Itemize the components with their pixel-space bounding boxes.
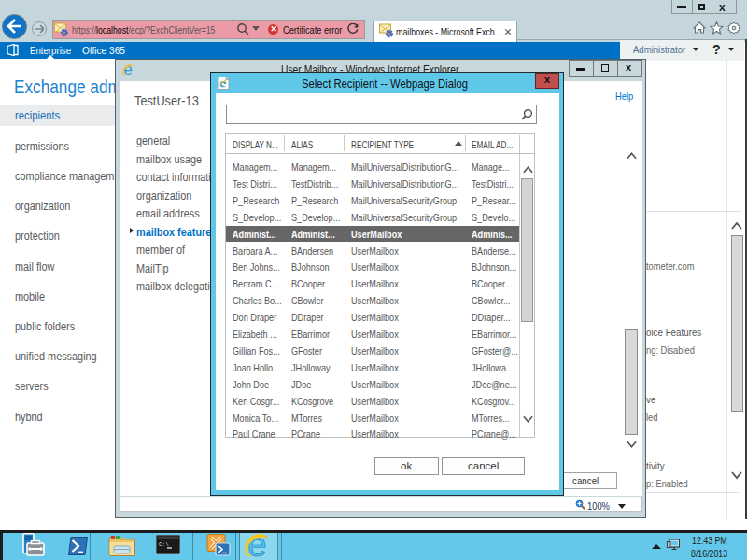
svg-text:C:\: C:\ — [159, 541, 169, 548]
